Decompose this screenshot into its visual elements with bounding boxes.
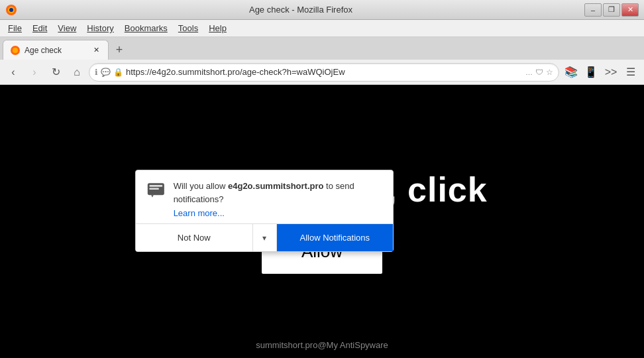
svg-rect-7 [149, 185, 162, 187]
learn-more-link[interactable]: Learn more... [174, 208, 382, 218]
reload-button[interactable]: ↻ [46, 63, 65, 82]
notification-popup: Will you allow e4g2o.summitshort.pro to … [135, 170, 394, 252]
title-bar: Age check - Mozilla Firefox – ❐ ✕ [0, 0, 644, 20]
menu-edit[interactable]: Edit [27, 22, 52, 34]
url-text: https://e4g2o.summitshort.pro/age-check?… [126, 67, 523, 77]
menu-history[interactable]: History [81, 22, 119, 34]
menu-help[interactable]: Help [203, 22, 232, 34]
forward-button[interactable]: › [25, 63, 44, 82]
more-tools-icon[interactable]: >> [602, 63, 620, 82]
title-bar-left [5, 4, 17, 16]
chat-notif-icon: 💬 [101, 68, 111, 77]
svg-point-2 [9, 8, 13, 12]
popup-actions: Not Now ▾ Allow Notifications [136, 223, 393, 251]
popup-message: Will you allow e4g2o.summitshort.pro to … [174, 180, 382, 206]
hamburger-menu-button[interactable]: ☰ [621, 63, 640, 82]
menu-bar: File Edit View History Bookmarks Tools H… [0, 20, 644, 37]
svg-rect-8 [149, 188, 158, 190]
library-icon[interactable]: 📚 [562, 63, 580, 82]
browser-content: Will you allow e4g2o.summitshort.pro to … [0, 85, 644, 358]
window-controls[interactable]: – ❐ ✕ [584, 3, 639, 17]
tab-bar: Age check ✕ + [0, 37, 644, 60]
notification-icon [146, 180, 166, 201]
allow-notifications-button[interactable]: Allow Notifications [277, 224, 394, 251]
menu-tools[interactable]: Tools [173, 22, 203, 34]
footer-text: summitshort.pro@My AntiSpyware [256, 340, 388, 350]
svg-marker-6 [151, 195, 154, 198]
back-button[interactable]: ‹ [4, 63, 23, 82]
active-tab[interactable]: Age check ✕ [3, 40, 109, 60]
dropdown-arrow-button[interactable]: ▾ [253, 224, 277, 251]
maximize-button[interactable]: ❐ [603, 3, 620, 17]
close-button[interactable]: ✕ [621, 3, 639, 17]
svg-point-4 [13, 48, 18, 53]
popup-domain: e4g2o.summitshort.pro [228, 181, 323, 191]
not-now-button[interactable]: Not Now [136, 224, 253, 251]
popup-body: Will you allow e4g2o.summitshort.pro to … [174, 180, 382, 218]
nav-right-icons: 📚 📱 >> ☰ [562, 63, 640, 82]
bookmark-star-icon: ☆ [546, 68, 553, 77]
menu-bookmarks[interactable]: Bookmarks [119, 22, 173, 34]
window-title: Age check - Mozilla Firefox [17, 5, 584, 15]
new-tab-button[interactable]: + [110, 40, 129, 59]
nav-bar: ‹ › ↻ ⌂ ℹ 💬 🔒 https://e4g2o.summitshort.… [0, 60, 644, 85]
menu-view[interactable]: View [52, 22, 81, 34]
address-menu-button[interactable]: … [525, 68, 533, 76]
menu-file[interactable]: File [3, 22, 27, 34]
tab-label: Age check [25, 46, 87, 55]
minimize-button[interactable]: – [584, 3, 602, 17]
lock-icon: 🔒 [113, 68, 123, 77]
shield-icon: 🛡 [535, 68, 543, 77]
synced-tabs-icon[interactable]: 📱 [582, 63, 600, 82]
address-bar[interactable]: ℹ 💬 🔒 https://e4g2o.summitshort.pro/age-… [89, 63, 559, 82]
firefox-icon [5, 4, 17, 16]
tab-close-button[interactable]: ✕ [91, 45, 101, 56]
tab-favicon [10, 45, 21, 56]
info-icon: ℹ [95, 68, 98, 77]
popup-header: Will you allow e4g2o.summitshort.pro to … [136, 170, 393, 223]
home-button[interactable]: ⌂ [68, 63, 86, 82]
